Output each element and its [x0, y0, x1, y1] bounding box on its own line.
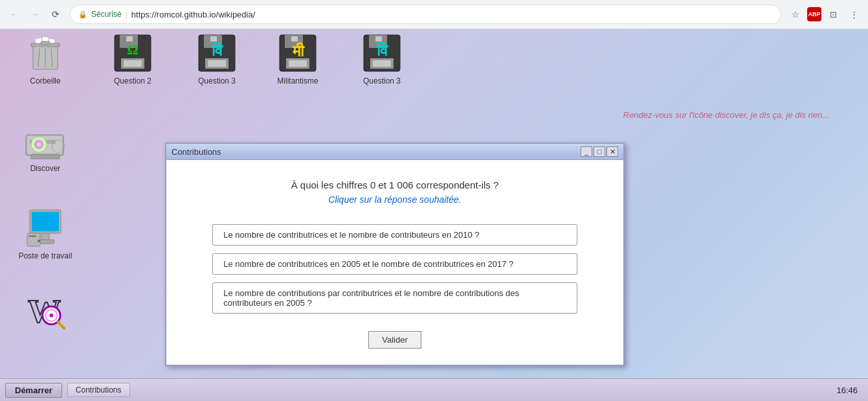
dialog-title: Contributions — [172, 147, 221, 157]
forward-button[interactable]: → — [26, 5, 44, 23]
svg-point-46 — [38, 240, 40, 242]
corbeille-icon — [25, 32, 66, 74]
svg-rect-39 — [31, 154, 60, 159]
contributions-dialog: Contributions _ □ ✕ À quoi les chiffres … — [165, 143, 625, 366]
desktop: Corbeille Ω Question 2 वि — [0, 29, 868, 378]
wikipedia-icon: W — [25, 288, 66, 330]
discover-icon — [25, 120, 66, 161]
svg-rect-29 — [375, 36, 382, 41]
poste-icon — [25, 207, 66, 249]
svg-rect-13 — [124, 60, 142, 67]
svg-rect-25 — [289, 60, 307, 67]
question3a-icon: वि — [196, 32, 238, 74]
question3b-icon: वि — [361, 32, 403, 74]
svg-rect-5 — [41, 41, 50, 45]
url-text: https://romcol.github.io/wikipedia/ — [131, 10, 773, 19]
back-button[interactable]: ← — [5, 5, 23, 23]
svg-rect-31 — [373, 60, 391, 67]
dialog-instruction: Cliquer sur la réponse souhaitée. — [192, 194, 597, 205]
hint-text: Rendez-vous sur l'icône discover, je dis… — [623, 110, 829, 120]
menu-button[interactable]: ⋮ — [845, 5, 863, 23]
desktop-icon-question2[interactable]: Ω Question 2 — [104, 32, 162, 86]
start-button[interactable]: Démarrer — [5, 383, 62, 398]
corbeille-label: Corbeille — [30, 76, 60, 86]
svg-point-38 — [37, 143, 41, 146]
nav-buttons: ← → ⟳ — [5, 5, 65, 23]
answer-option-2[interactable]: Le nombre de contributrices en 2005 et l… — [212, 253, 577, 275]
answer-option-1[interactable]: Le nombre de contributrices et le nombre… — [212, 224, 577, 246]
question2-label: Question 2 — [114, 76, 151, 86]
question2-icon: Ω — [112, 32, 153, 74]
validate-button[interactable]: Valider — [368, 331, 421, 349]
url-separator: | — [126, 10, 128, 19]
svg-rect-17 — [210, 36, 217, 41]
reload-button[interactable]: ⟳ — [47, 5, 65, 23]
address-bar[interactable]: 🔒 Sécurisé | https://romcol.github.io/wi… — [70, 5, 781, 24]
militantisme-icon: मी — [277, 32, 318, 74]
svg-point-51 — [49, 313, 53, 317]
lock-icon: 🔒 — [78, 10, 87, 19]
desktop-icon-discover[interactable]: Discover — [16, 120, 74, 173]
svg-text:वि: वि — [376, 41, 389, 59]
svg-text:वि: वि — [211, 41, 224, 59]
answer-option-3[interactable]: Le nombre de contributions par contribut… — [212, 282, 577, 314]
browser-actions: ☆ ABP ⊡ ⋮ — [786, 5, 863, 23]
desktop-icon-poste[interactable]: Poste de travail — [16, 207, 74, 260]
desktop-icon-wikipedia[interactable]: W — [16, 288, 74, 332]
svg-text:Ω: Ω — [127, 41, 139, 58]
desktop-icon-question3b[interactable]: वि Question 3 — [353, 32, 411, 86]
discover-label: Discover — [30, 164, 61, 173]
svg-rect-23 — [291, 36, 298, 41]
desktop-icon-question3a[interactable]: वि Question 3 — [188, 32, 246, 86]
svg-rect-19 — [208, 60, 226, 67]
dialog-content: À quoi les chiffres 0 et 1 006 correspon… — [166, 160, 623, 365]
desktop-icon-corbeille[interactable]: Corbeille — [16, 32, 74, 86]
taskbar: Démarrer Contributions 16:46 — [0, 378, 868, 401]
militantisme-label: Militantisme — [277, 76, 318, 86]
question3a-label: Question 3 — [198, 76, 236, 86]
taskbar-item-contributions[interactable]: Contributions — [67, 383, 130, 397]
svg-rect-42 — [41, 233, 49, 240]
question3b-label: Question 3 — [363, 76, 401, 86]
bookmark-button[interactable]: ☆ — [786, 5, 805, 23]
restore-button[interactable]: □ — [594, 146, 605, 157]
svg-rect-41 — [32, 212, 59, 231]
minimize-button[interactable]: _ — [581, 146, 592, 157]
svg-rect-11 — [126, 36, 133, 41]
dialog-titlebar: Contributions _ □ ✕ — [166, 144, 623, 160]
secure-label: Sécurisé — [91, 10, 122, 19]
dialog-question: À quoi les chiffres 0 et 1 006 correspon… — [192, 179, 597, 190]
desktop-icon-militantisme[interactable]: मी Militantisme — [269, 32, 327, 86]
svg-rect-45 — [28, 235, 36, 237]
poste-label: Poste de travail — [19, 251, 72, 260]
abp-button[interactable]: ABP — [807, 7, 821, 21]
svg-text:मी: मी — [292, 42, 305, 60]
taskbar-clock: 16:46 — [836, 385, 863, 395]
close-button[interactable]: ✕ — [606, 146, 618, 157]
cast-button[interactable]: ⊡ — [824, 5, 842, 23]
dialog-controls: _ □ ✕ — [581, 146, 618, 157]
browser-chrome: ← → ⟳ 🔒 Sécurisé | https://romcol.github… — [0, 0, 868, 29]
